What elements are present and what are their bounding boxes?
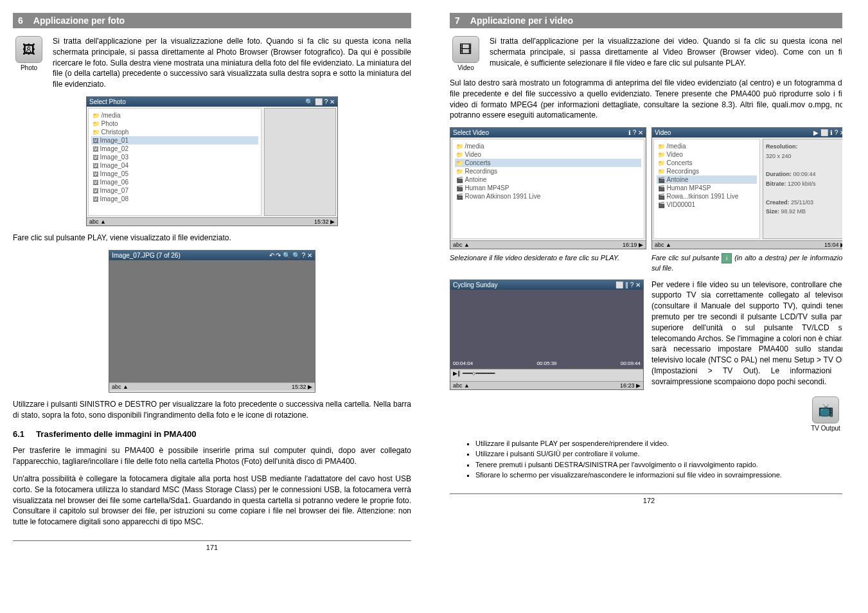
video-play-area: 00:04:04 00:05:39 00:09:44 bbox=[450, 290, 643, 369]
window-titlebar: Image_07.JPG (7 of 26) ↶ ↷ 🔍 🔍 ? ✕ bbox=[109, 251, 315, 260]
window-titlebar: Cycling Sunday ⬜ ‖ ? ✕ bbox=[450, 280, 643, 290]
section-number: 7 bbox=[455, 15, 460, 26]
list-item: /media bbox=[91, 111, 258, 120]
icon-label: TV Output bbox=[803, 425, 842, 432]
video-playback-block: Cycling Sunday ⬜ ‖ ? ✕ 00:04:04 00:05:39… bbox=[450, 280, 842, 390]
list-item: Video bbox=[657, 150, 757, 159]
window-controls: ▶ ⬜ ℹ ? ✕ bbox=[813, 129, 842, 136]
intro-block: 🖼 Photo Si tratta dell'applicazione per … bbox=[13, 36, 411, 90]
photo-icon: 🖼 bbox=[15, 36, 42, 63]
window-title: Select Video bbox=[453, 129, 489, 136]
section-number: 6 bbox=[18, 15, 23, 26]
list-item: Image_08 bbox=[91, 195, 258, 203]
subsection-title: Trasferimento delle immagini in PMA400 bbox=[36, 429, 196, 439]
subsection-number: 6.1 bbox=[13, 429, 24, 439]
statusbar: abc ▲ 16:19 ▶ bbox=[450, 240, 646, 249]
info-dur-label: Duration: bbox=[766, 171, 792, 177]
tv-icon: 📺 bbox=[812, 396, 839, 423]
tv-output-icon-block: 📺 TV Output bbox=[450, 396, 842, 432]
statusbar: abc ▲ 16:23 ▶ bbox=[450, 381, 643, 389]
status-time: 15:04 bbox=[824, 242, 839, 248]
time-total: 00:09:44 bbox=[621, 360, 641, 366]
paragraph: Per trasferire le immagini su PMA400 è p… bbox=[13, 445, 411, 467]
info-bit: 1200 kbit/s bbox=[788, 181, 816, 187]
status-icons: abc ▲ bbox=[453, 242, 470, 248]
window-title: Cycling Sunday bbox=[453, 281, 497, 289]
page-171: 6 Applicazione per foto 🖼 Photo Si tratt… bbox=[13, 13, 411, 551]
info-size-label: Size: bbox=[766, 208, 779, 215]
bullet-item: Utilizzare i pulsanti SU/GIÙ per control… bbox=[475, 449, 842, 459]
section-header-7: 7 Applicazione per i video bbox=[450, 13, 842, 28]
icon-label: Photo bbox=[13, 64, 45, 71]
video-timeline: 00:04:04 00:05:39 00:09:44 bbox=[453, 360, 641, 366]
list-item: Rowa...tkinson 1991 Live bbox=[657, 192, 757, 200]
list-item: Concerts bbox=[455, 159, 641, 167]
caption-right-pre: Fare clic sul pulsante bbox=[651, 254, 722, 262]
list-item: Image_05 bbox=[91, 170, 258, 178]
page-footer: 171 bbox=[13, 540, 411, 551]
intro-text: Si tratta dell'applicazione per la visua… bbox=[53, 36, 411, 90]
photo-file-list: /mediaPhotoChristophImage_01Image_02Imag… bbox=[88, 108, 261, 216]
bullet-item: Sfiorare lo schermo per visualizzare/nas… bbox=[475, 470, 842, 481]
list-item: Recordings bbox=[657, 167, 757, 175]
list-item: Image_01 bbox=[91, 136, 258, 145]
window-controls: ↶ ↷ 🔍 🔍 ? ✕ bbox=[269, 252, 312, 259]
paragraph: Sul lato destro sarà mostrato un fotogra… bbox=[450, 78, 842, 121]
page-footer: 172 bbox=[450, 493, 842, 504]
info-icon: i bbox=[722, 253, 732, 263]
bullet-item: Tenere premuti i pulsanti DESTRA/SINISTR… bbox=[475, 459, 842, 470]
bullet-list: Utilizzare il pulsante PLAY per sospende… bbox=[475, 438, 842, 481]
paragraph: Un'altra possibilità è collegare la foto… bbox=[13, 474, 411, 528]
icon-label: Video bbox=[450, 64, 482, 71]
window-controls: ⬜ ‖ ? ✕ bbox=[616, 281, 641, 289]
status-time: 15:32 bbox=[314, 218, 329, 225]
info-res: 320 x 240 bbox=[766, 153, 792, 159]
video-file-list: /mediaVideoConcertsRecordingsAntoineHuma… bbox=[653, 139, 760, 239]
photo-app-icon: 🖼 Photo bbox=[13, 36, 45, 90]
statusbar: abc ▲ 15:04 ▶ bbox=[652, 240, 842, 249]
window-body: /mediaVideoConcertsRecordingsAntoineHuma… bbox=[450, 138, 646, 240]
list-item: Antoine bbox=[657, 175, 757, 184]
video-controls: ▶‖ ━━━○━━━━━━ bbox=[450, 369, 643, 381]
time-current: 00:05:39 bbox=[536, 360, 556, 366]
info-dur: 00:09:44 bbox=[793, 171, 816, 177]
video-info-panel: Resolution:320 x 240 Duration: 00:09:44 … bbox=[763, 139, 842, 239]
page-number: 172 bbox=[643, 497, 655, 504]
photo-view-area bbox=[109, 260, 315, 382]
window-title: Video bbox=[655, 129, 671, 136]
status-icons: abc ▲ bbox=[453, 382, 470, 389]
video-info-screenshot: Video ▶ ⬜ ℹ ? ✕ /mediaVideoConcertsRecor… bbox=[651, 127, 842, 249]
list-item: Image_06 bbox=[91, 178, 258, 186]
section-title: Applicazione per i video bbox=[470, 15, 573, 26]
window-body: /mediaVideoConcertsRecordingsAntoineHuma… bbox=[652, 138, 842, 240]
image-viewer-screenshot: Image_07.JPG (7 of 26) ↶ ↷ 🔍 🔍 ? ✕ abc ▲… bbox=[109, 250, 315, 393]
page-172: 7 Applicazione per i video 🎞 Video Si tr… bbox=[450, 13, 842, 551]
list-item: Recordings bbox=[455, 167, 641, 175]
dual-screenshots: Select Video ℹ ? ✕ /mediaVideoConcertsRe… bbox=[450, 127, 842, 272]
info-cre: 25/11/03 bbox=[791, 199, 813, 206]
page-number: 171 bbox=[206, 544, 218, 551]
paragraph: Fare clic sul pulsante PLAY, viene visua… bbox=[13, 233, 411, 244]
section-header-6: 6 Applicazione per foto bbox=[13, 13, 411, 28]
photo-preview bbox=[264, 108, 336, 216]
status-time: 16:19 bbox=[623, 242, 637, 248]
info-res-label: Resolution: bbox=[766, 143, 798, 150]
time-elapsed: 00:04:04 bbox=[453, 360, 473, 366]
window-title: Select Photo bbox=[89, 98, 126, 105]
select-video-screenshot: Select Video ℹ ? ✕ /mediaVideoConcertsRe… bbox=[450, 127, 646, 249]
list-item: Image_07 bbox=[91, 186, 258, 195]
status-icons: abc ▲ bbox=[655, 242, 671, 248]
caption-left: Selezionare il file video desiderato e f… bbox=[450, 253, 646, 262]
status-icons: abc ▲ bbox=[112, 384, 128, 390]
intro-block: 🎞 Video Si tratta dell'applicazione per … bbox=[450, 36, 842, 71]
bullet-item: Utilizzare il pulsante PLAY per sospende… bbox=[475, 438, 842, 449]
list-item: VID00001 bbox=[657, 200, 757, 209]
video-app-icon: 🎞 Video bbox=[450, 36, 482, 71]
statusbar: abc ▲ 15:32 ▶ bbox=[109, 382, 315, 391]
video-icon: 🎞 bbox=[452, 36, 479, 63]
intro-text: Si tratta dell'applicazione per la visua… bbox=[490, 36, 842, 71]
info-size: 98.92 MB bbox=[781, 208, 806, 215]
list-item: Video bbox=[455, 150, 641, 159]
section-title: Applicazione per foto bbox=[33, 15, 125, 26]
tv-output-text: Per vedere i file video su un televisore… bbox=[651, 280, 842, 387]
